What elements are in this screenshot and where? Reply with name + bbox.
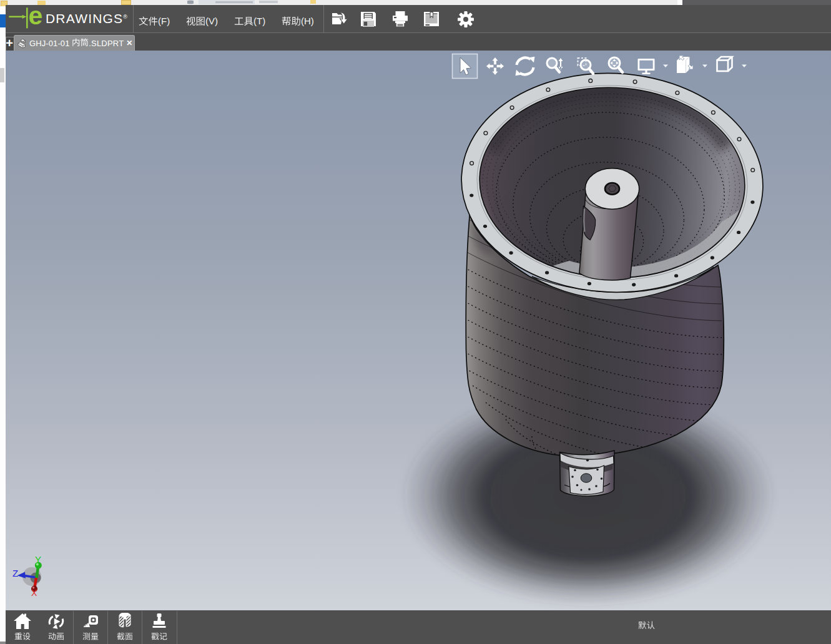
svg-text:Y: Y [35, 554, 41, 565]
svg-text:e: e [29, 5, 43, 30]
svg-text:Z: Z [12, 568, 18, 578]
svg-text:X: X [31, 588, 37, 598]
